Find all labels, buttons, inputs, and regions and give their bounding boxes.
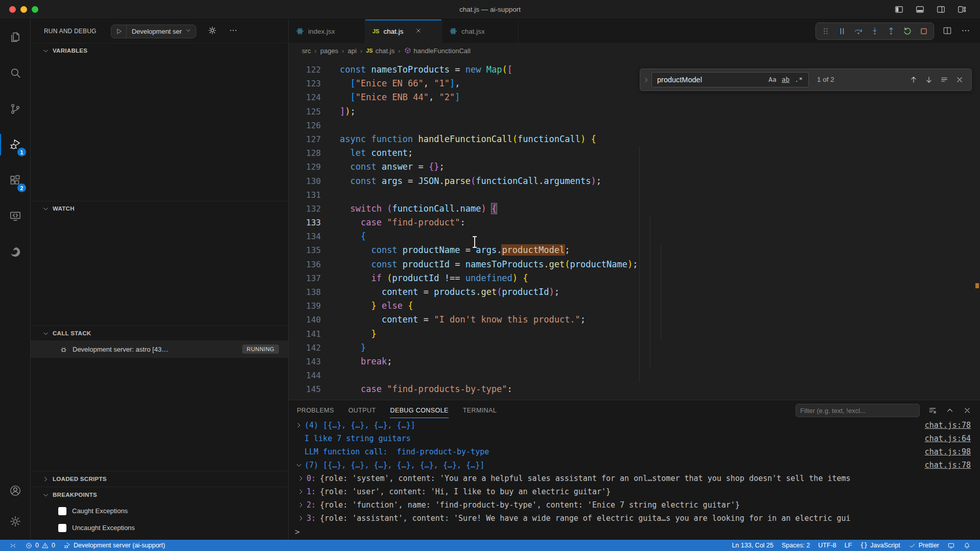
- status-item-encoding[interactable]: UTF-8: [814, 542, 840, 549]
- status-item-eol[interactable]: LF: [841, 542, 856, 549]
- line-number[interactable]: 138: [289, 285, 321, 299]
- status-item-remote-indicator[interactable]: [5, 540, 21, 551]
- close-tab-icon[interactable]: [415, 27, 422, 34]
- line-number[interactable]: 129: [289, 160, 321, 174]
- start-debug-icon[interactable]: [111, 25, 127, 38]
- breadcrumb-item-api[interactable]: api: [347, 47, 356, 55]
- line-number[interactable]: 130: [289, 174, 321, 188]
- toggle-replace-icon[interactable]: [640, 69, 651, 90]
- toggle-panel-icon[interactable]: [915, 5, 925, 14]
- activity-item-source-control[interactable]: [0, 91, 30, 127]
- find-input[interactable]: [657, 76, 766, 84]
- restart-button[interactable]: [900, 24, 915, 38]
- breadcrumb-item-handleFunctionCall[interactable]: handleFunctionCall: [404, 47, 471, 55]
- step-into-button[interactable]: [867, 24, 882, 38]
- expand-icon[interactable]: [297, 514, 305, 522]
- status-item-screencast[interactable]: [943, 542, 959, 549]
- close-find-icon[interactable]: [955, 75, 964, 84]
- line-number[interactable]: 133: [289, 216, 321, 229]
- expand-icon[interactable]: [297, 488, 305, 496]
- console-filter-input[interactable]: [800, 407, 915, 415]
- breadcrumb-item-src[interactable]: src: [302, 47, 311, 55]
- status-item-debug-session[interactable]: Development server (ai-support): [59, 540, 169, 551]
- line-number[interactable]: 139: [289, 299, 321, 313]
- activity-item-explorer[interactable]: [0, 19, 30, 55]
- pause-button[interactable]: [834, 24, 850, 38]
- activity-item-edge-devtools[interactable]: [0, 234, 30, 270]
- close-window-button[interactable]: [9, 6, 16, 13]
- status-item-language-mode[interactable]: {}JavaScript: [856, 542, 904, 549]
- step-out-button[interactable]: [883, 24, 899, 38]
- breakpoint-row[interactable]: Caught Exceptions: [31, 502, 288, 519]
- line-number[interactable]: 122: [289, 63, 321, 77]
- views-more-icon[interactable]: [228, 26, 238, 37]
- activity-item-accounts[interactable]: [0, 475, 30, 506]
- status-item-notifications[interactable]: [959, 542, 975, 549]
- step-over-button[interactable]: [851, 24, 866, 38]
- expand-icon[interactable]: [297, 474, 305, 483]
- source-link[interactable]: chat.js:78: [925, 461, 971, 470]
- line-number[interactable]: 136: [289, 258, 321, 271]
- editor-tab-index.jsx[interactable]: index.jsx: [289, 19, 365, 43]
- debug-settings-gear-icon[interactable]: [207, 26, 217, 37]
- status-item-indentation[interactable]: Spaces: 2: [778, 542, 814, 549]
- find-in-selection-icon[interactable]: [940, 75, 949, 84]
- editor-tab-chat.jsx[interactable]: chat.jsx: [442, 19, 519, 43]
- source-link[interactable]: chat.js:98: [925, 447, 971, 456]
- toggle-sidebar-icon[interactable]: [894, 5, 904, 14]
- line-number[interactable]: 132: [289, 202, 321, 216]
- regex-icon[interactable]: .*: [792, 72, 805, 87]
- line-number[interactable]: 131: [289, 188, 321, 202]
- activity-item-extensions[interactable]: 2: [0, 163, 30, 198]
- editor-tab-chat.js[interactable]: JSchat.js: [365, 19, 442, 43]
- source-link[interactable]: chat.js:78: [925, 421, 971, 430]
- next-match-icon[interactable]: [924, 75, 934, 84]
- previous-match-icon[interactable]: [909, 75, 918, 84]
- line-number[interactable]: 135: [289, 243, 321, 257]
- breakpoint-checkbox[interactable]: [58, 507, 66, 515]
- section-header-loaded-scripts[interactable]: LOADED SCRIPTS: [31, 471, 288, 487]
- minimize-window-button[interactable]: [20, 6, 27, 13]
- toggle-secondary-sidebar-icon[interactable]: [936, 5, 946, 14]
- line-number[interactable]: 137: [289, 271, 321, 285]
- status-item-formatter[interactable]: Prettier: [904, 542, 943, 549]
- line-number[interactable]: 125: [289, 105, 321, 119]
- section-header-watch[interactable]: WATCH: [31, 201, 288, 216]
- expand-icon[interactable]: [297, 501, 305, 509]
- breadcrumb-item-chat.js[interactable]: JSchat.js: [366, 47, 394, 55]
- code-editor[interactable]: 122const namesToProducts = new Map([123 …: [289, 58, 980, 400]
- line-number[interactable]: 143: [289, 355, 321, 369]
- line-number[interactable]: 134: [289, 229, 321, 243]
- breakpoint-checkbox[interactable]: [58, 524, 66, 532]
- activity-item-run-and-debug[interactable]: 1: [0, 127, 30, 163]
- collapse-icon[interactable]: [295, 461, 303, 469]
- call-stack-session-row[interactable]: Development server: astro [43…RUNNING: [31, 340, 288, 358]
- match-case-icon[interactable]: Aa: [766, 72, 779, 87]
- activity-item-search[interactable]: [0, 55, 30, 91]
- line-number[interactable]: 140: [289, 313, 321, 327]
- whole-word-icon[interactable]: ab: [779, 72, 792, 87]
- editor-more-actions-icon[interactable]: [961, 26, 971, 37]
- breadcrumb-item-pages[interactable]: pages: [320, 47, 338, 55]
- panel-tab-debug-console[interactable]: DEBUG CONSOLE: [390, 400, 448, 421]
- customize-layout-icon[interactable]: [957, 5, 967, 14]
- line-number[interactable]: 128: [289, 146, 321, 160]
- status-item-cursor-position[interactable]: Ln 133, Col 25: [728, 542, 777, 549]
- line-number[interactable]: 126: [289, 119, 321, 132]
- line-number[interactable]: 124: [289, 90, 321, 104]
- line-number[interactable]: 144: [289, 369, 321, 382]
- zoom-window-button[interactable]: [32, 6, 38, 13]
- panel-tab-terminal[interactable]: TERMINAL: [463, 400, 497, 421]
- split-editor-icon[interactable]: [942, 26, 952, 37]
- panel-tab-problems[interactable]: PROBLEMS: [297, 400, 334, 421]
- panel-tab-output[interactable]: OUTPUT: [348, 400, 376, 421]
- stop-button[interactable]: [916, 24, 931, 38]
- section-header-variables[interactable]: VARIABLES: [31, 43, 288, 58]
- activity-item-remote-explorer[interactable]: [0, 198, 30, 234]
- source-link[interactable]: chat.js:64: [925, 434, 971, 443]
- console-input-row[interactable]: >: [289, 525, 980, 538]
- line-number[interactable]: 142: [289, 341, 321, 355]
- line-number[interactable]: 141: [289, 327, 321, 341]
- line-number[interactable]: 123: [289, 77, 321, 90]
- line-number[interactable]: 145: [289, 382, 321, 396]
